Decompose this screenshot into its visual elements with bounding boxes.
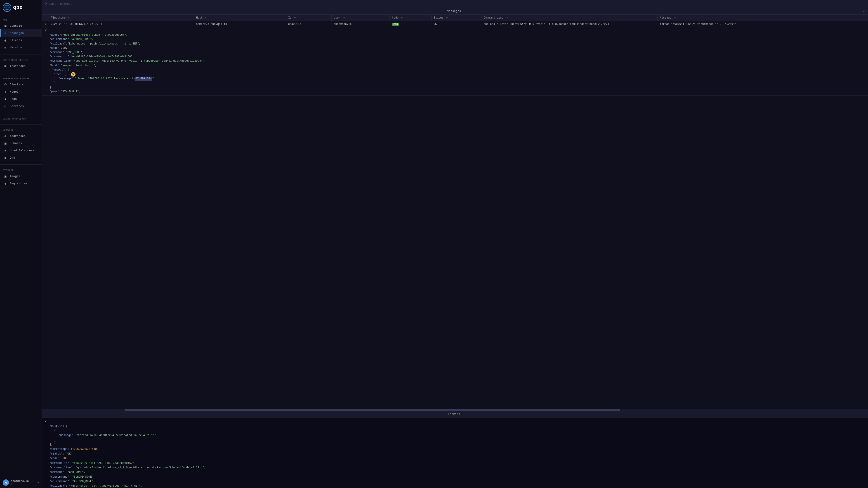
console-icon: ▣ [3,24,7,28]
cell-host: semper.cloud.qbo.io [194,21,286,27]
messages-table: Timestamp ⬆ Host ⬆⬇ Id ⬆⬇ User [42,15,868,96]
sidebar-item-clusters[interactable]: ⬡ Clusters [0,81,41,88]
command-input[interactable] [50,2,865,6]
sidebar-section-container: CONTAINER ENGINE ▦ Instances [0,55,41,72]
json-cell: { "agent" : "qbo-thread/cloud-stage-4.3.… [42,27,868,96]
host-sort-icon: ⬆⬇ [205,17,208,19]
terminal-content: { "output": [ { "message": "thread 14007… [42,418,868,488]
sidebar-item-dns[interactable]: ◉ DNS [0,154,41,161]
main-content: > Messages ✕ Timestamp ⬆ Host [42,0,868,488]
col-status[interactable]: Status ⬆⬇ [431,15,481,21]
divider-1 [0,54,41,55]
collapse-0-icon[interactable]: ⊟ [54,72,55,76]
sidebar-item-services[interactable]: ◇ Services [0,103,41,110]
user-info: qbot@qbo.io 2 [11,480,35,486]
table-header-row: Timestamp ⬆ Host ⬆⬇ Id ⬆⬇ User [42,15,868,21]
terminal-code: "code": 200, [45,456,865,461]
divider-4 [0,124,41,125]
storage-section-title: STORAGE [0,168,41,173]
terminal-output-obj-open: { [45,429,865,433]
sidebar-footer: q qbot@qbo.io 2 ⇥ [0,477,41,488]
sidebar-item-nodes[interactable]: ◈ Nodes [0,88,41,95]
images-label: Images [10,175,20,178]
cell-status: OK [431,21,481,27]
sidebar-item-subnets[interactable]: ▣ Subnets [0,140,41,147]
terminal-panel: Terminal { "output": [ { "message": "thr… [42,411,868,488]
json-output-0-header: ⊟ "0" : { ⊙ [45,72,865,76]
services-icon: ◇ [3,104,7,108]
json-code: "code" : 200, [45,46,865,51]
terminal-callback: "callback": "kubernetes --path /api/v1/p… [45,484,865,488]
sidebar-section-k8s: KUBERNETES ENGINE ⬡ Clusters ◈ Nodes ◆ P… [0,74,41,112]
logout-icon[interactable]: ⇥ [37,480,39,485]
terminal-status: "status": "OK", [45,452,865,456]
addresses-icon: ◎ [3,134,7,138]
json-message: "message" : "thread 140076417812224 term… [45,76,865,81]
dns-icon: ◉ [3,156,7,160]
sidebar-item-registries[interactable]: ◈ Registries [0,180,41,187]
sidebar-item-pods[interactable]: ◆ Pods [0,95,41,103]
user-sort-icon: ⬆⬇ [343,17,345,19]
logo-text: qbo [13,5,23,10]
col-code[interactable]: Code ⬆⬇ [390,15,431,21]
status-sort-icon: ⬆⬇ [446,17,448,19]
version-icon: ◎ [3,45,7,50]
cell-message: thread 140076417812224 terminated in 72.… [657,21,868,27]
terminal-subcommand: "subcommand": "SUBCMD_DONE", [45,475,865,479]
cell-user: qbot@qbo.io [331,21,390,27]
terminal-command: "command": "CMD_DONE", [45,470,865,475]
json-command: "command" : "CMD_DONE", [45,51,865,55]
sidebar-section-storage: STORAGE ▣ Images ◈ Registries [0,166,41,189]
messages-panel-header: Messages ✕ [42,8,868,15]
col-timestamp[interactable]: Timestamp ⬆ [49,15,194,21]
json-open: { [45,29,865,33]
col-message[interactable]: Message ⬆⬇ [657,15,868,21]
col-command-line[interactable]: Command Line ⬆⬇ [481,15,657,21]
cmdline-sort-icon: ⬆⬇ [506,17,508,19]
h-scrollbar[interactable] [42,409,868,411]
col-user[interactable]: User ⬆⬇ [331,15,390,21]
sidebar-item-instances[interactable]: ▦ Instances [0,62,41,70]
nodes-icon: ◈ [3,90,7,94]
id-sort-icon: ⬆⬇ [294,17,296,19]
messages-label: Messages [10,31,24,35]
load-balancers-label: Load Balancers [10,149,34,152]
sidebar-item-version[interactable]: ◎ Version [0,44,41,51]
messages-title: Messages [45,9,863,13]
sidebar-item-messages[interactable]: ✉ Messages [0,29,41,37]
col-id[interactable]: Id ⬆⬇ [286,15,332,21]
terminal-command-id: "command_id": "e4a99186-24da-42b0-8dc9-7… [45,461,865,465]
json-output-close: ], [45,85,865,90]
nodes-label: Nodes [10,90,19,94]
cell-code: 200 [390,21,431,27]
sidebar-item-load-balancers[interactable]: ⊞ Load Balancers [0,147,41,154]
col-host[interactable]: Host ⬆⬇ [194,15,286,21]
sidebar-item-clients[interactable]: ◉ Clients [0,37,41,44]
expand-icon[interactable]: ▼ [101,23,102,26]
json-command-line: "command_line" : "qbo add cluster kubefl… [45,59,865,63]
tooltip-bubble[interactable]: ⊙ [71,72,75,76]
logo-icon: qbo [3,3,11,12]
cell-timestamp: 2024-08-12T23:09:13.375-07:00 ▼ [49,21,194,27]
terminal-title: Terminal [45,413,865,416]
row-num-1: 1 [42,21,49,27]
sidebar-item-images[interactable]: ▣ Images [0,173,41,180]
divider-2 [0,73,41,73]
message-sort-icon: ⬆⬇ [674,17,676,19]
messages-close-button[interactable]: ✕ [863,9,865,13]
json-output-0-close: } [45,81,865,85]
clients-label: Clients [10,39,22,42]
pods-label: Pods [10,97,17,101]
sidebar-item-console[interactable]: ▣ Console [0,22,41,29]
collapse-output-icon[interactable]: ⊟ [50,68,51,71]
sidebar-item-addresses[interactable]: ◎ Addresses [0,132,41,140]
terminal-timestamp: "timestamp": 17235293353375409, [45,447,865,451]
terminal-output-message: "message": "thread 140076417812224 termi… [45,433,865,437]
subnets-label: Subnets [10,142,22,145]
table-row: 1 2024-08-12T23:09:13.375-07:00 ▼ semper… [42,21,868,27]
json-command-id: "command_id" : "e4a99186-24da-42b0-8dc9-… [45,55,865,59]
command-prompt: > [45,2,47,6]
instances-label: Instances [10,64,26,68]
api-section-title: API [0,18,41,22]
terminal-panel-header: Terminal [42,411,868,418]
